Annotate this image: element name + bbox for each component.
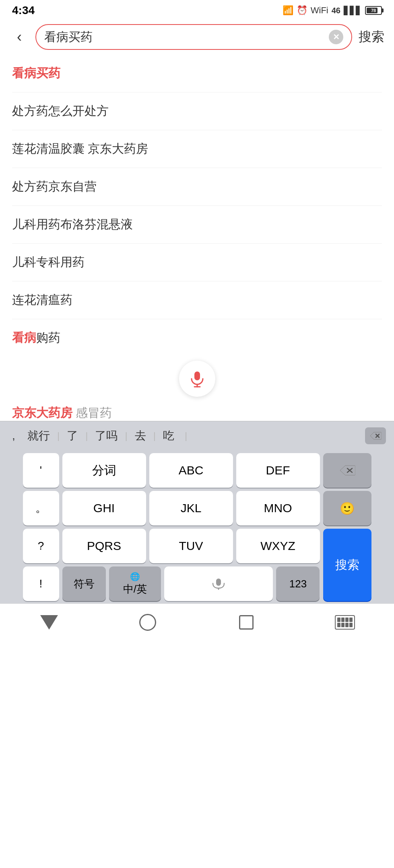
svg-rect-0 xyxy=(194,371,200,380)
wifi-icon: WiFi xyxy=(311,5,328,16)
suggestion-text: 莲花清温胶囊 京东大药房 xyxy=(12,141,148,157)
nav-recents-button[interactable] xyxy=(230,610,262,634)
keyboard-suggestions-bar: , 就行 | 了 | 了吗 | 去 | 吃 | xyxy=(0,421,394,450)
jkl-key[interactable]: JKL xyxy=(149,491,233,525)
keyboard-punctuation-column: ' 。 ? ! xyxy=(23,453,59,601)
comma-key[interactable]: , xyxy=(8,429,20,442)
suggestion-word[interactable]: 吃 xyxy=(156,425,182,447)
smiley-icon: 🙂 xyxy=(340,501,355,515)
search-button[interactable]: 搜索 xyxy=(359,28,384,46)
status-icons: 📶 ⏰ WiFi 46 ▋▋▋ 78 xyxy=(283,5,382,16)
backspace-key[interactable] xyxy=(323,453,371,488)
navigation-bar xyxy=(0,603,394,638)
home-nav-icon xyxy=(139,614,156,631)
svg-rect-5 xyxy=(216,579,221,586)
fen-ci-key[interactable]: 分词 xyxy=(62,453,146,488)
status-bar: 4:34 📶 ⏰ WiFi 46 ▋▋▋ 78 xyxy=(0,0,394,19)
suggestion-item[interactable]: 看病买药 xyxy=(12,55,382,92)
voice-area xyxy=(0,357,394,397)
suggestion-item[interactable]: 儿科用药布洛芬混悬液 xyxy=(12,206,382,244)
status-time: 4:34 xyxy=(12,4,35,17)
suggestion-word[interactable]: 去 xyxy=(128,425,153,447)
suggestion-item[interactable]: 处方药怎么开处方 xyxy=(12,92,382,130)
back-nav-icon xyxy=(40,615,58,630)
delete-suggestion-button[interactable] xyxy=(365,427,386,444)
search-header: ‹ ✕ 搜索 xyxy=(0,19,394,55)
suggestion-highlight: 看病 xyxy=(12,330,36,346)
lang-label: 中/英 xyxy=(123,582,147,596)
pqrs-key[interactable]: PQRS xyxy=(62,529,146,563)
language-key[interactable]: 🌐 中/英 xyxy=(109,566,161,601)
period-key[interactable]: 。 xyxy=(23,491,59,525)
suggestion-text: 处方药京东自营 xyxy=(12,179,97,195)
suggestion-item[interactable]: 莲花清温胶囊 京东大药房 xyxy=(12,130,382,168)
keyboard-right-column: 🙂 搜索 xyxy=(323,453,371,601)
suggestion-word[interactable]: 就行 xyxy=(20,425,57,447)
search-input[interactable] xyxy=(44,30,329,44)
back-button[interactable]: ‹ xyxy=(10,29,29,45)
suggestion-text: 连花清瘟药 xyxy=(12,292,72,308)
nav-back-button[interactable] xyxy=(33,610,65,634)
clear-button[interactable]: ✕ xyxy=(329,30,343,44)
ghi-key[interactable]: GHI xyxy=(62,491,146,525)
suggestion-item[interactable]: 处方药京东自营 xyxy=(12,168,382,206)
microphone-space-icon xyxy=(210,578,227,590)
backspace-icon xyxy=(339,465,355,476)
space-key[interactable] xyxy=(164,566,273,601)
battery-icon: 78 xyxy=(365,6,382,15)
keyboard-search-button[interactable]: 搜索 xyxy=(323,529,371,601)
search-box: ✕ xyxy=(35,24,352,50)
nav-keyboard-button[interactable] xyxy=(329,610,361,634)
keyboard: ' 。 ? ! 分词 ABC DEF GHI JKL MNO PQRS TUV xyxy=(0,450,394,603)
suggestion-text: 处方药怎么开处方 xyxy=(12,103,109,119)
suggestion-word[interactable]: 了吗 xyxy=(88,425,125,447)
suggestion-word[interactable]: 了 xyxy=(60,425,85,447)
nfc-icon: 📶 xyxy=(283,5,293,16)
tuv-key[interactable]: TUV xyxy=(149,529,233,563)
alarm-icon: ⏰ xyxy=(297,5,307,16)
keyboard-nav-icon xyxy=(335,615,355,630)
mno-key[interactable]: MNO xyxy=(236,491,320,525)
question-key[interactable]: ? xyxy=(23,529,59,563)
suggestion-text: 儿科用药布洛芬混悬液 xyxy=(12,216,133,233)
voice-button[interactable] xyxy=(179,361,215,397)
signal-icon: 46 xyxy=(332,6,340,15)
abc-key[interactable]: ABC xyxy=(149,453,233,488)
def-key[interactable]: DEF xyxy=(236,453,320,488)
partial-suggestion[interactable]: 京东大药房 感冒药 xyxy=(0,397,394,421)
suggestions-list: 看病买药 处方药怎么开处方 莲花清温胶囊 京东大药房 处方药京东自营 儿科用药布… xyxy=(0,55,394,357)
wxyz-key[interactable]: WXYZ xyxy=(236,529,320,563)
signal-bars-icon: ▋▋▋ xyxy=(344,6,362,15)
suggestion-item[interactable]: 儿科专科用药 xyxy=(12,244,382,281)
recents-nav-icon xyxy=(239,615,254,630)
microphone-icon xyxy=(188,370,206,388)
emoji-key[interactable]: 🙂 xyxy=(323,491,371,525)
suggestion-text: 儿科专科用药 xyxy=(12,254,85,271)
globe-icon: 🌐 xyxy=(130,572,140,581)
exclaim-key[interactable]: ! xyxy=(23,566,59,601)
symbol-key[interactable]: 符号 xyxy=(62,566,106,601)
suggestion-item[interactable]: 看病购药 xyxy=(12,319,382,357)
keyboard-main-area: ' 。 ? ! 分词 ABC DEF GHI JKL MNO PQRS TUV xyxy=(3,453,391,601)
nav-home-button[interactable] xyxy=(132,610,164,634)
suggestion-highlight: 看病买药 xyxy=(12,65,60,82)
suggestion-text: 购药 xyxy=(36,330,60,346)
comma-punct-key[interactable]: ' xyxy=(23,453,59,488)
number-key[interactable]: 123 xyxy=(276,566,320,601)
suggestion-item[interactable]: 连花清瘟药 xyxy=(12,281,382,319)
